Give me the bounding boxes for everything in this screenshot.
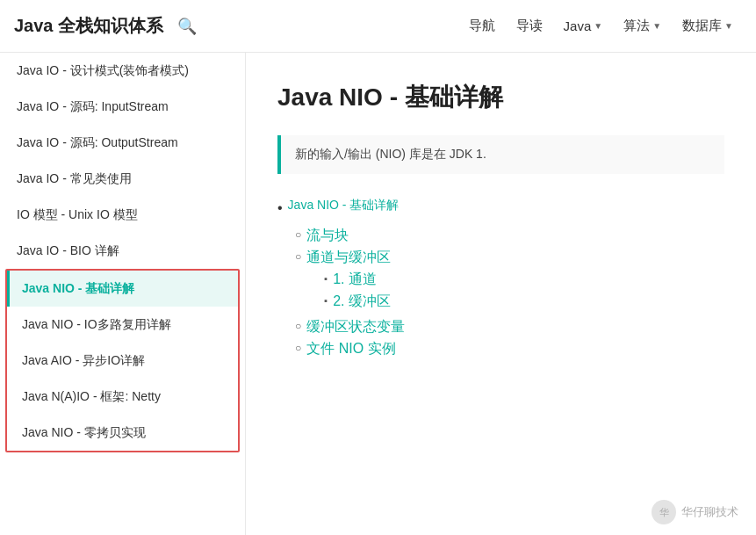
brand-title: Java 全栈知识体系	[14, 14, 163, 38]
sidebar-item-io-unix[interactable]: IO 模型 - Unix IO 模型	[0, 197, 245, 233]
toc-link-buffer-state[interactable]: 缓冲区状态变量	[306, 318, 405, 336]
watermark-label: 华仔聊技术	[681, 504, 738, 520]
java-dropdown-arrow: ▼	[594, 21, 602, 31]
navbar-nav: 导航 导读 Java ▼ 算法 ▼ 数据库 ▼	[460, 12, 742, 40]
algorithm-dropdown-arrow: ▼	[652, 21, 661, 31]
sidebar-item-io-inputstream[interactable]: Java IO - 源码: InputStream	[0, 89, 245, 125]
search-icon[interactable]: 🔍	[177, 17, 197, 36]
sidebar-item-netty[interactable]: Java N(A)IO - 框架: Netty	[7, 379, 238, 415]
toc-link-channel-detail[interactable]: 1. 通道	[333, 271, 377, 289]
main-layout: Java IO - 设计模式(装饰者模式) Java IO - 源码: Inpu…	[0, 53, 756, 535]
navbar: Java 全栈知识体系 🔍 导航 导读 Java ▼ 算法 ▼ 数据库 ▼	[0, 0, 756, 53]
sidebar-item-io-design[interactable]: Java IO - 设计模式(装饰者模式)	[0, 53, 245, 89]
watermark: 华 华仔聊技术	[652, 500, 738, 524]
watermark-avatar: 华	[652, 500, 676, 524]
toc-sub-sub-item-channel-1: 1. 通道	[324, 271, 391, 289]
sidebar-item-nio-zero-copy[interactable]: Java NIO - 零拷贝实现	[7, 415, 238, 451]
toc-link-file-nio[interactable]: 文件 NIO 实例	[306, 340, 395, 358]
toc-list: Java NIO - 基础详解	[277, 195, 724, 220]
toc-sub-sub-list: 1. 通道 2. 缓冲区	[306, 271, 391, 311]
sidebar: Java IO - 设计模式(装饰者模式) Java IO - 源码: Inpu…	[0, 53, 246, 535]
nav-item-java[interactable]: Java ▼	[555, 13, 612, 39]
sidebar-item-nio-basic[interactable]: Java NIO - 基础详解	[7, 271, 238, 307]
toc-link-main[interactable]: Java NIO - 基础详解	[288, 195, 400, 216]
toc-sub-item-file-nio: 文件 NIO 实例	[295, 340, 724, 358]
toc-sub-item-buffer-state: 缓冲区状态变量	[295, 318, 724, 336]
sidebar-item-aio[interactable]: Java AIO - 异步IO详解	[7, 343, 238, 379]
toc-main-item: Java NIO - 基础详解	[277, 195, 724, 220]
nav-item-guide[interactable]: 导读	[508, 12, 551, 40]
sidebar-item-io-common[interactable]: Java IO - 常见类使用	[0, 161, 245, 197]
toc-link-buffer[interactable]: 2. 缓冲区	[333, 293, 391, 311]
sidebar-highlighted-group: Java NIO - 基础详解 Java NIO - IO多路复用详解 Java…	[5, 269, 240, 452]
nav-item-database[interactable]: 数据库 ▼	[673, 12, 742, 40]
content-title: Java NIO - 基础详解	[277, 81, 724, 114]
toc-link-stream[interactable]: 流与块	[306, 227, 349, 245]
sidebar-item-nio-multiplexing[interactable]: Java NIO - IO多路复用详解	[7, 307, 238, 343]
toc-sub-sub-item-buffer: 2. 缓冲区	[324, 293, 391, 311]
sidebar-item-bio[interactable]: Java IO - BIO 详解	[0, 233, 245, 269]
toc-sub-item-stream: 流与块	[295, 227, 724, 245]
content-area: Java NIO - 基础详解 新的输入/输出 (NIO) 库是在 JDK 1.…	[246, 53, 756, 535]
toc-sub-list: 流与块 通道与缓冲区 1. 通道 2. 缓冲区	[277, 227, 724, 358]
nav-item-algorithm[interactable]: 算法 ▼	[615, 12, 670, 40]
content-intro: 新的输入/输出 (NIO) 库是在 JDK 1.	[277, 135, 724, 174]
toc-sub-item-channel: 通道与缓冲区 1. 通道 2. 缓冲区	[295, 249, 724, 314]
database-dropdown-arrow: ▼	[724, 21, 733, 31]
toc-link-channel[interactable]: 通道与缓冲区	[306, 249, 391, 264]
nav-item-navigation[interactable]: 导航	[460, 12, 504, 40]
sidebar-item-io-outputstream[interactable]: Java IO - 源码: OutputStream	[0, 125, 245, 161]
